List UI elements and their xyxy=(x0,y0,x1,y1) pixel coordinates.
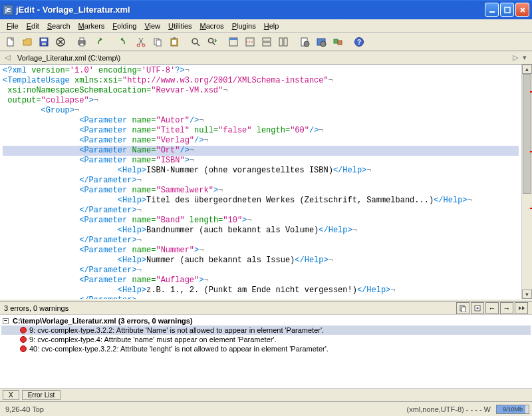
help-button[interactable]: ? xyxy=(351,34,367,50)
copy-errors-button[interactable] xyxy=(456,302,469,314)
undo-button[interactable] xyxy=(95,34,111,50)
svg-rect-22 xyxy=(263,38,271,41)
error-file-node[interactable]: − C:\temp\Vorlage_Literatur.xml (3 error… xyxy=(1,316,531,325)
find-next-button[interactable] xyxy=(204,34,220,50)
code-line[interactable]: <Help>Nummer (auch bekannt als Issue)</H… xyxy=(3,256,519,266)
new-file-button[interactable] xyxy=(3,34,19,50)
copy-button[interactable] xyxy=(150,34,166,50)
code-line[interactable]: <Parameter name="Sammelwerk">¬ xyxy=(3,186,519,196)
menu-bar: FileEditSearchMarkersFoldingViewUtilitie… xyxy=(0,19,532,33)
next-error-button[interactable]: → xyxy=(500,302,513,314)
svg-rect-13 xyxy=(156,40,161,46)
toolbar: ? xyxy=(0,33,532,51)
code-line[interactable]: </Parameter>¬ xyxy=(3,206,519,216)
find-button[interactable] xyxy=(188,34,203,50)
code-line[interactable]: <Parameter name="Titel" null="false" len… xyxy=(3,126,519,136)
tab-next-icon[interactable]: ▷ xyxy=(511,53,520,63)
error-tree[interactable]: − C:\temp\Vorlage_Literatur.xml (3 error… xyxy=(0,315,532,388)
vertical-scrollbar[interactable]: ▲ ▼ xyxy=(521,65,532,299)
menu-search[interactable]: Search xyxy=(43,21,74,31)
split-horizontal-button[interactable] xyxy=(259,34,275,50)
svg-rect-8 xyxy=(80,38,84,41)
code-line[interactable]: <Parameter name="Auflage">¬ xyxy=(3,276,519,286)
code-line[interactable]: <Parameter Name="Ort"/>¬ xyxy=(3,146,519,156)
buffer-options-button[interactable] xyxy=(297,34,313,50)
toggle-errors-button[interactable] xyxy=(471,302,484,314)
error-item[interactable]: 40: cvc-complex-type.3.2.2: Attribute 'l… xyxy=(1,344,531,353)
code-line[interactable]: <Parameter name="Verlag"/>¬ xyxy=(3,136,519,146)
code-line[interactable]: xsi:noNamespaceSchemaLocation="Revvar-VM… xyxy=(3,86,519,96)
window-title: jEdit - Vorlage_Literatur.xml xyxy=(16,5,485,15)
code-line[interactable]: <Parameter name="Autor"/>¬ xyxy=(3,116,519,126)
split-vertical-button[interactable] xyxy=(275,34,291,50)
menu-edit[interactable]: Edit xyxy=(23,21,43,31)
menu-plugins[interactable]: Plugins xyxy=(228,21,260,31)
error-icon xyxy=(20,345,27,352)
menu-macros[interactable]: Macros xyxy=(196,21,228,31)
dock-close-button[interactable]: X xyxy=(3,390,19,400)
menu-help[interactable]: Help xyxy=(260,21,283,31)
svg-rect-1 xyxy=(505,7,510,13)
scroll-up-icon[interactable]: ▲ xyxy=(522,65,532,74)
code-line[interactable]: <Parameter name="Band" length="10">¬ xyxy=(3,216,519,226)
tab-prev-icon[interactable]: ◁ xyxy=(3,53,12,63)
cut-button[interactable] xyxy=(133,34,149,50)
tab-dropdown-icon[interactable]: ▾ xyxy=(520,53,529,63)
code-line[interactable]: <TemplateUsage xmlns:xsi="http://www.w3.… xyxy=(3,76,519,86)
svg-rect-16 xyxy=(173,37,176,39)
dock-errorlist-tab[interactable]: Error List xyxy=(22,390,61,400)
unsplit-button[interactable] xyxy=(242,34,258,50)
code-line[interactable]: <?xml version='1.0' encoding='UTF-8'?>¬ xyxy=(3,66,519,76)
svg-point-10 xyxy=(137,44,140,47)
title-bar: jE jEdit - Vorlage_Literatur.xml xyxy=(0,0,532,19)
code-line[interactable]: <Help>Bandnummer (auch bekannt als Volum… xyxy=(3,226,519,236)
code-line[interactable]: </Parameter>¬ xyxy=(3,176,519,186)
new-view-button[interactable] xyxy=(225,34,241,50)
global-options-button[interactable] xyxy=(313,34,329,50)
code-line[interactable]: </Parameter>¬ xyxy=(3,296,519,299)
status-bar: 9,26-40 Top (xml,none,UTF-8) - - - - W 9… xyxy=(0,401,532,416)
menu-file[interactable]: File xyxy=(3,21,23,31)
code-line[interactable]: </Parameter>¬ xyxy=(3,236,519,246)
menu-utilities[interactable]: Utilities xyxy=(164,21,196,31)
buffer-mode: (xml,none,UTF-8) - - - - W xyxy=(404,405,494,413)
code-line[interactable]: <Group>¬ xyxy=(3,106,519,116)
code-line[interactable]: <Help>z.B. 1., 2. (Punkt am Ende nicht v… xyxy=(3,286,519,296)
code-line[interactable]: output="collapse">¬ xyxy=(3,96,519,106)
menu-markers[interactable]: Markers xyxy=(74,21,109,31)
svg-rect-31 xyxy=(338,41,342,45)
code-line[interactable]: </Parameter>¬ xyxy=(3,266,519,276)
error-text: 40: cvc-complex-type.3.2.2: Attribute 'l… xyxy=(29,345,329,353)
redo-button[interactable] xyxy=(112,34,128,50)
close-error-pane-button[interactable] xyxy=(515,302,528,314)
code-line[interactable]: <Parameter name="ISBN">¬ xyxy=(3,156,519,166)
code-line[interactable]: <Help>ISBN-Nummer (ohne vorangestelltes … xyxy=(3,166,519,176)
minimize-button[interactable] xyxy=(485,3,499,17)
text-editor[interactable]: <?xml version='1.0' encoding='UTF-8'?>¬<… xyxy=(0,65,532,299)
close-buffer-button[interactable] xyxy=(53,34,68,50)
save-button[interactable] xyxy=(36,34,52,50)
open-file-button[interactable] xyxy=(19,34,35,50)
close-button[interactable] xyxy=(515,3,529,17)
paste-button[interactable] xyxy=(166,34,182,50)
print-button[interactable] xyxy=(74,34,90,50)
collapse-icon[interactable]: − xyxy=(3,318,9,324)
prev-error-button[interactable]: ← xyxy=(485,302,499,314)
error-item[interactable]: 9: cvc-complex-type.4: Attribute 'name' … xyxy=(1,335,531,344)
error-text: 9: cvc-complex-type.3.2.2: Attribute 'Na… xyxy=(29,326,324,334)
dock-tab-bar: X Error List xyxy=(0,388,532,401)
svg-rect-9 xyxy=(80,43,84,46)
menu-view[interactable]: View xyxy=(140,21,164,31)
svg-rect-23 xyxy=(263,43,271,46)
memory-meter[interactable]: 9/10Mb xyxy=(496,405,529,414)
menu-folding[interactable]: Folding xyxy=(108,21,140,31)
code-line[interactable]: <Parameter name="Nummer">¬ xyxy=(3,246,519,256)
scroll-down-icon[interactable]: ▼ xyxy=(522,290,532,299)
maximize-button[interactable] xyxy=(500,3,514,17)
buffer-tab[interactable]: Vorlage_Literatur.xml (C:\temp\) xyxy=(12,53,126,63)
error-item[interactable]: 9: cvc-complex-type.3.2.2: Attribute 'Na… xyxy=(1,325,531,335)
plugin-manager-button[interactable] xyxy=(330,34,346,50)
svg-rect-24 xyxy=(279,38,283,46)
caret-position: 9,26-40 Top xyxy=(3,405,47,413)
code-line[interactable]: <Help>Titel des übergeordneten Werkes (Z… xyxy=(3,196,519,206)
